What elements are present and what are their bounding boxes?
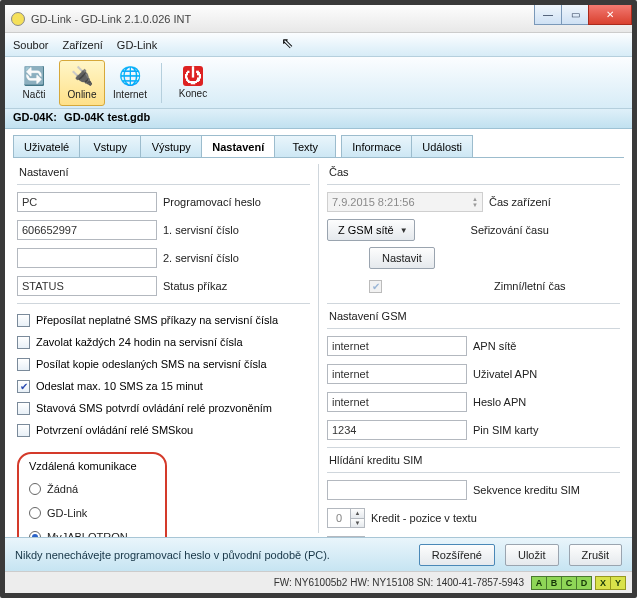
tab-uzivatele[interactable]: Uživatelé [13,135,80,157]
menu-soubor[interactable]: Soubor [13,39,48,51]
radio-gdlink[interactable] [29,507,41,519]
toolbar-online[interactable]: 🔌 Online [59,60,105,106]
apn-field[interactable]: internet [327,336,467,356]
chk-posilat-kopie[interactable] [17,358,30,371]
badge-y: Y [610,576,626,590]
serizovani-label: Seřizování času [471,224,549,236]
chk-stavova[interactable] [17,402,30,415]
status-bar: FW: NY61005b2 HW: NY15108 SN: 1400-41-78… [5,571,632,593]
bottom-bar: Nikdy nenechávejte programovací heslo v … [5,537,632,571]
zrusit-button[interactable]: Zrušit [569,544,623,566]
nastavit-button[interactable]: Nastavit [369,247,435,269]
servis1-label: 1. servisní číslo [163,224,239,236]
zimni-label: Zimní/letní čas [494,280,566,292]
fw-info: FW: NY61005b2 HW: NY15108 SN: 1400-41-78… [274,577,524,588]
tab-vstupy[interactable]: Vstupy [79,135,141,157]
servis2-field[interactable] [17,248,157,268]
section-nastaveni: Nastavení [19,166,310,178]
toolbar-nacti[interactable]: 🔄 Načti [11,60,57,106]
chk-potvrzeni[interactable] [17,424,30,437]
chk-odeslat-max[interactable]: ✔ [17,380,30,393]
badge-c: C [561,576,577,590]
tab-udalosti[interactable]: Události [411,135,473,157]
section-kredit: Hlídání kreditu SIM [329,454,620,466]
spinner-icon: ▲▼ [472,196,478,208]
servis1-field[interactable]: 606652997 [17,220,157,240]
minimize-button[interactable]: — [534,5,562,25]
time-source-dropdown[interactable]: Z GSM sítě ▼ [327,219,415,241]
app-window: GD-Link - GD-Link 2.1.0.026 INT — ▭ ✕ So… [0,0,637,598]
cursor-icon: ⇖ [281,34,294,52]
app-icon [11,12,25,26]
filebar: GD-04K: GD-04K test.gdb [5,109,632,129]
cas-zarizeni-label: Čas zařízení [489,196,551,208]
maximize-button[interactable]: ▭ [561,5,589,25]
apn-pass-field[interactable]: internet [327,392,467,412]
plug-icon: 🔌 [71,65,93,87]
seq-field[interactable] [327,480,467,500]
window-title: GD-Link - GD-Link 2.1.0.026 INT [31,13,191,25]
toolbar-separator [161,63,162,103]
menubar: Soubor Zařízení GD-Link ⇖ [5,33,632,57]
section-gsm: Nastavení GSM [329,310,620,322]
remote-title: Vzdálená komunikace [29,460,155,472]
status-label: Status příkaz [163,280,227,292]
prog-heslo-field[interactable]: PC [17,192,157,212]
tab-nastaveni[interactable]: Nastavení [201,135,275,157]
badge-a: A [531,576,547,590]
apn-user-field[interactable]: internet [327,364,467,384]
ulozit-button[interactable]: Uložit [505,544,559,566]
refresh-icon: 🔄 [23,65,45,87]
toolbar-internet[interactable]: 🌐 Internet [107,60,153,106]
chk-zavolat[interactable] [17,336,30,349]
chk-zimni: ✔ [369,280,382,293]
tab-content: Nastavení PC Programovací heslo 60665299… [13,157,624,537]
radio-zadna[interactable] [29,483,41,495]
tab-texty[interactable]: Texty [274,135,336,157]
chevron-down-icon: ▼ [400,226,408,235]
datetime-field[interactable]: 7.9.2015 8:21:56 ▲▼ [327,192,483,212]
titlebar: GD-Link - GD-Link 2.1.0.026 INT — ▭ ✕ [5,5,632,33]
tabstrip: Uživatelé Vstupy Výstupy Nastavení Texty… [5,129,632,157]
prog-heslo-label: Programovací heslo [163,196,261,208]
section-cas: Čas [329,166,620,178]
toolbar-konec[interactable]: ⏻ Konec [170,60,216,106]
tab-informace[interactable]: Informace [341,135,412,157]
remote-comm-box: Vzdálená komunikace Žádná GD-Link MyJABL… [17,452,167,537]
badge-d: D [576,576,592,590]
badge-x: X [595,576,611,590]
servis2-label: 2. servisní číslo [163,252,239,264]
status-field[interactable]: STATUS [17,276,157,296]
badge-b: B [546,576,562,590]
right-column: Čas 7.9.2015 8:21:56 ▲▼ Čas zařízení Z G… [318,164,620,533]
menu-zarizeni[interactable]: Zařízení [62,39,102,51]
toolbar: 🔄 Načti 🔌 Online 🌐 Internet ⏻ Konec [5,57,632,109]
power-icon: ⏻ [183,66,203,86]
device-prefix: GD-04K: [13,111,57,123]
tab-vystupy[interactable]: Výstupy [140,135,202,157]
chk-preposilat[interactable] [17,314,30,327]
pin-field[interactable]: 1234 [327,420,467,440]
globe-icon: 🌐 [119,65,141,87]
bottom-message: Nikdy nenechávejte programovací heslo v … [15,549,409,561]
close-button[interactable]: ✕ [588,5,632,25]
left-column: Nastavení PC Programovací heslo 60665299… [17,164,310,533]
status-badges: A B C D X Y [532,576,626,590]
rozsirene-button[interactable]: Rozšířené [419,544,495,566]
kredit-pozice-spin[interactable]: 0▲▼ [327,508,365,528]
file-name: GD-04K test.gdb [64,111,150,123]
menu-gdlink[interactable]: GD-Link [117,39,157,51]
